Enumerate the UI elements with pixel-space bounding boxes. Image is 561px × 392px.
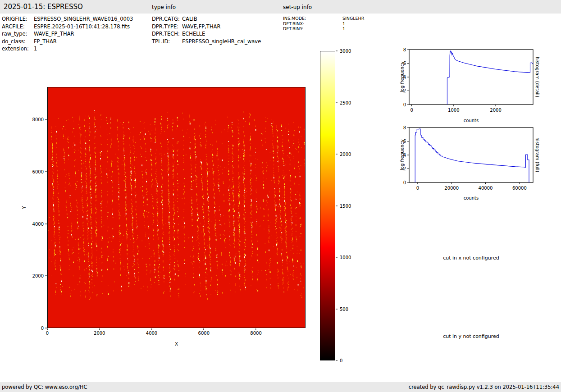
y-tick: 4000 (28, 221, 47, 226)
meta-value: 1 (342, 21, 345, 27)
colorbar-tick: 3000 (336, 49, 351, 54)
meta-value: SINGLEHR (342, 16, 364, 21)
plot-frame (409, 128, 533, 182)
x-tick-label: 2000 (490, 108, 501, 113)
histogram-detail-plot: 01000200002468 (397, 47, 537, 115)
page-title: 2025-01-15: ESPRESSO (4, 3, 83, 11)
x-tick-label: 60000 (512, 186, 527, 191)
y-tick: 0 (28, 326, 47, 331)
meta-value: ECHELLE (182, 30, 205, 38)
colorbar-tick: 0 (336, 358, 342, 363)
histogram-line (415, 129, 529, 182)
meta-row-dprtype: DPR.TYPE: WAVE,FP,THAR (152, 23, 261, 31)
histogram-full-y-label: log frequency (399, 128, 405, 182)
meta-value: CALIB (182, 15, 197, 23)
y-tick: 8000 (28, 117, 47, 122)
footer-bar: powered by QC: www.eso.org/HC created by… (0, 382, 561, 392)
footer-created-by: created by qc_rawdisp.py v1.2.3 on 2025-… (409, 382, 559, 392)
cut-in-y-note: cut in y not configured (409, 333, 533, 339)
meta-label: DET.BINX: (283, 21, 342, 27)
meta-row-detbinx: DET.BINX: 1 (283, 21, 364, 27)
cut-in-x-note: cut in x not configured (409, 255, 533, 261)
setup-info-block: INS.MODE: SINGLEHR DET.BINX: 1 DET.BINY:… (283, 16, 364, 32)
histogram-detail-y-label: log frequency (399, 50, 405, 105)
footer-powered-by: powered by QC: www.eso.org/HC (2, 382, 87, 392)
raw-image-plot (47, 87, 306, 328)
colorbar-tick: 500 (336, 306, 348, 311)
meta-value: FP_THAR (34, 38, 57, 46)
x-tick-label: 1000 (448, 108, 459, 113)
meta-row-detbiny: DET.BINY: 1 (283, 26, 364, 32)
colorbar-tick: 1000 (336, 255, 351, 260)
meta-row-origfile: ORIGFILE: ESPRESSO_SINGLEHR_WAVE016_0003 (2, 15, 133, 23)
meta-label: raw_type: (2, 30, 34, 38)
colorbar (320, 51, 335, 360)
x-tick: 4000 (146, 328, 157, 336)
colorbar-tick: 2500 (336, 100, 351, 105)
x-tick-label: 20000 (444, 186, 459, 191)
y-tick: 6000 (28, 169, 47, 174)
meta-value: ESPRESSO_SINGLEHR_WAVE016_0003 (34, 15, 133, 23)
meta-row-arcfile: ARCFILE: ESPRE.2025-01-16T10:41:28.178.f… (2, 23, 133, 31)
meta-label: DPR.TECH: (152, 30, 182, 38)
x-tick-label: 40000 (479, 186, 493, 191)
main-x-axis-label: X (47, 341, 306, 346)
histogram-detail-x-label: counts (409, 118, 533, 123)
colorbar-tick: 2000 (336, 152, 351, 157)
meta-row-dprcatg: DPR.CATG: CALIB (152, 15, 261, 23)
x-tick: 2000 (94, 328, 105, 336)
setup-info-heading: set-up info (283, 4, 312, 10)
meta-row-doclass: do_class: FP_THAR (2, 38, 133, 46)
histogram-full-x-label: counts (409, 196, 533, 201)
meta-label: INS.MODE: (283, 16, 342, 21)
x-tick: 8000 (250, 328, 261, 336)
header-bar: 2025-01-15: ESPRESSO type info set-up in… (0, 0, 561, 14)
meta-row-insmode: INS.MODE: SINGLEHR (283, 16, 364, 21)
histogram-full-side-label: histogram (full) (534, 128, 540, 182)
main-y-axis-label: Y (21, 87, 27, 328)
histogram-full-plot: 020000400006000002468 (397, 125, 537, 193)
plot-frame (409, 50, 533, 105)
meta-value: ESPRESSO_singleHR_cal_wave (182, 38, 261, 46)
meta-row-rawtype: raw_type: WAVE_FP_THAR (2, 30, 133, 38)
raw-image-canvas (48, 87, 305, 327)
histogram-detail-side-label: histogram (detail) (534, 50, 540, 105)
x-tick-label: 0 (416, 186, 419, 191)
x-tick-label: 0 (410, 108, 413, 113)
meta-label: DET.BINY: (283, 26, 342, 32)
y-tick: 2000 (28, 273, 47, 278)
meta-label: ORIGFILE: (2, 15, 34, 23)
type-info-heading: type info (152, 4, 176, 10)
meta-value: WAVE_FP_THAR (34, 30, 74, 38)
meta-label: extension: (2, 45, 34, 53)
type-info-block: DPR.CATG: CALIB DPR.TYPE: WAVE,FP,THAR D… (152, 15, 261, 45)
meta-label: DPR.TYPE: (152, 23, 182, 31)
file-info-block: ORIGFILE: ESPRESSO_SINGLEHR_WAVE016_0003… (2, 15, 133, 53)
colorbar-tick: 1500 (336, 203, 351, 208)
x-tick: 6000 (198, 328, 210, 336)
meta-label: do_class: (2, 38, 34, 46)
meta-value: 1 (342, 26, 345, 32)
meta-row-dprtech: DPR.TECH: ECHELLE (152, 30, 261, 38)
meta-label: DPR.CATG: (152, 15, 182, 23)
meta-value: 1 (34, 45, 37, 53)
meta-value: ESPRE.2025-01-16T10:41:28.178.fits (34, 23, 130, 31)
meta-row-extension: extension: 1 (2, 45, 133, 53)
meta-row-tplid: TPL.ID: ESPRESSO_singleHR_cal_wave (152, 38, 261, 46)
meta-value: WAVE,FP,THAR (182, 23, 220, 31)
histogram-line (447, 51, 533, 105)
meta-label: TPL.ID: (152, 38, 182, 46)
meta-label: ARCFILE: (2, 23, 34, 31)
